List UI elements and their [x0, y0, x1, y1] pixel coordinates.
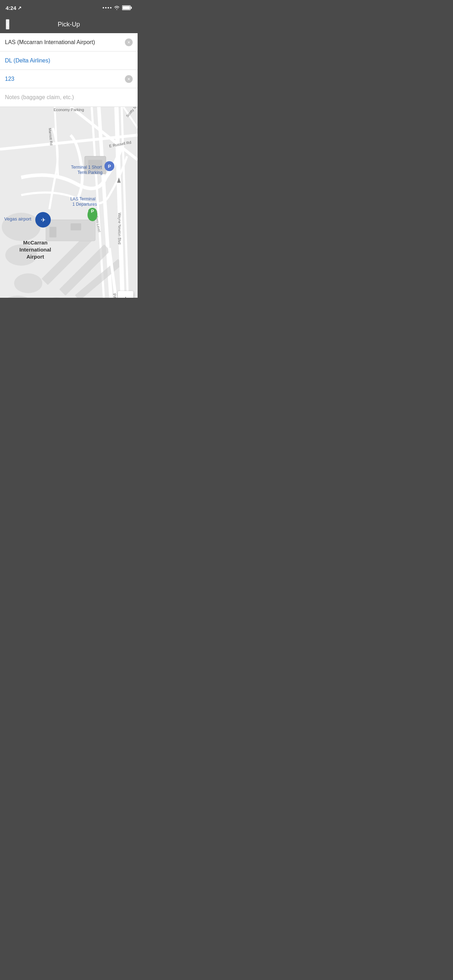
- notes-input[interactable]: [5, 89, 133, 105]
- svg-text:Term Parking: Term Parking: [78, 170, 103, 175]
- svg-point-20: [14, 274, 42, 293]
- airport-field-row: ×: [0, 33, 138, 51]
- page-title: Pick-Up: [57, 21, 80, 28]
- svg-text:Economy Parking: Economy Parking: [54, 108, 84, 112]
- plus-icon: ＋: [121, 293, 130, 298]
- map-area: E Russell Rd Marriott Rd Wayne Newton Bl…: [0, 107, 138, 298]
- svg-text:Wayne Newton Blvd: Wayne Newton Blvd: [118, 213, 121, 245]
- airline-field-row: [0, 51, 138, 70]
- fields-container: × ×: [0, 33, 138, 107]
- airport-input[interactable]: [5, 34, 125, 51]
- map-controls: ＋: [118, 291, 134, 298]
- svg-text:Vegas airport: Vegas airport: [4, 216, 32, 221]
- flight-number-field-row: ×: [0, 70, 138, 88]
- svg-rect-15: [71, 223, 81, 231]
- svg-text:Terminal 1 Short: Terminal 1 Short: [71, 165, 102, 170]
- airline-input[interactable]: [5, 52, 133, 69]
- svg-rect-2: [123, 6, 130, 10]
- status-icons: [103, 5, 132, 10]
- zoom-in-button[interactable]: ＋: [118, 291, 134, 298]
- svg-text:P: P: [108, 164, 111, 169]
- flight-number-clear-button[interactable]: ×: [125, 75, 133, 83]
- airport-clear-button[interactable]: ×: [125, 38, 133, 46]
- svg-text:✈: ✈: [41, 217, 46, 223]
- status-bar: 4:24 ↗: [0, 0, 138, 16]
- nav-bar: ‹ Pick-Up: [0, 16, 138, 33]
- wifi-icon: [114, 5, 120, 10]
- back-button[interactable]: ‹: [6, 19, 10, 30]
- map-svg: E Russell Rd Marriott Rd Wayne Newton Bl…: [0, 107, 138, 298]
- status-time: 4:24 ↗: [6, 5, 22, 11]
- svg-text:International: International: [19, 247, 51, 253]
- svg-rect-14: [49, 227, 56, 237]
- svg-text:LAS Terminal: LAS Terminal: [70, 196, 95, 201]
- svg-text:Airport: Airport: [27, 254, 44, 259]
- notes-field-row: [0, 88, 138, 107]
- svg-text:1 Departures: 1 Departures: [72, 202, 97, 207]
- battery-icon: [122, 5, 132, 10]
- svg-rect-1: [131, 7, 132, 9]
- svg-text:McCarran: McCarran: [23, 240, 47, 245]
- svg-text:P: P: [91, 208, 94, 214]
- flight-number-input[interactable]: [5, 71, 125, 87]
- location-icon: ↗: [17, 5, 22, 11]
- signal-dots: [103, 7, 111, 8]
